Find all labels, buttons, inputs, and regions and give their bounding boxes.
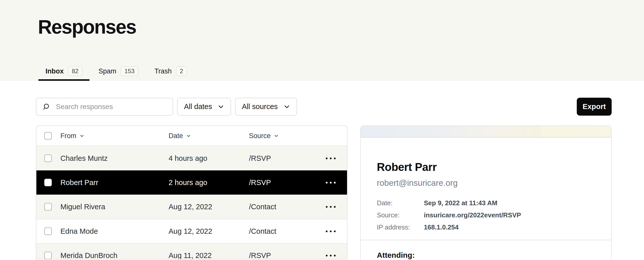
- row-date: Aug 12, 2022: [169, 203, 249, 211]
- column-header-source[interactable]: Source: [249, 132, 314, 140]
- field-ip-value: 168.1.0.254: [424, 221, 595, 233]
- date-filter-dropdown[interactable]: All dates: [177, 98, 231, 116]
- tab-spam-label: Spam: [99, 67, 117, 75]
- tab-trash-count-badge: 2: [176, 66, 187, 76]
- tab-inbox-count-badge: 82: [68, 66, 82, 76]
- attending-heading: Attending:: [377, 251, 595, 259]
- table-row[interactable]: Miguel Rivera Aug 12, 2022 /Contact: [36, 195, 347, 219]
- search-icon: [42, 103, 50, 111]
- tab-spam[interactable]: Spam 153: [91, 63, 146, 81]
- field-date-label: Date:: [377, 197, 424, 209]
- main-area: From Date Source Charles Muntz: [36, 125, 612, 259]
- column-header-date[interactable]: Date: [169, 132, 249, 140]
- export-button[interactable]: Export: [577, 98, 612, 116]
- row-from: Edna Mode: [60, 227, 169, 236]
- date-filter-label: All dates: [184, 102, 212, 111]
- row-checkbox[interactable]: [44, 154, 60, 162]
- table-row[interactable]: Charles Muntz 4 hours ago /RSVP: [36, 146, 347, 170]
- field-source-value: insuricare.org/2022event/RSVP: [424, 209, 595, 221]
- row-checkbox[interactable]: [44, 179, 60, 186]
- tab-trash-label: Trash: [154, 67, 172, 75]
- table-row[interactable]: Edna Mode Aug 12, 2022 /Contact: [36, 219, 347, 243]
- row-from: Robert Parr: [60, 178, 169, 187]
- row-date: Aug 11, 2022: [169, 251, 249, 260]
- row-source: /RSVP: [249, 251, 314, 260]
- row-date: Aug 12, 2022: [169, 227, 249, 236]
- row-menu-button[interactable]: [323, 252, 338, 259]
- row-source: /Contact: [249, 227, 314, 236]
- field-source-label: Source:: [377, 209, 424, 221]
- table-header-row: From Date Source: [36, 126, 347, 146]
- response-detail-panel: Robert Parr robert@insuricare.org Date: …: [360, 125, 612, 259]
- detail-divider: [361, 240, 611, 240]
- search-input[interactable]: [55, 102, 167, 111]
- hero-section: Responses Inbox 82 Spam 153 Trash 2: [0, 0, 644, 81]
- respondent-name: Robert Parr: [377, 161, 595, 173]
- tab-trash[interactable]: Trash 2: [147, 63, 194, 81]
- row-source: /RSVP: [249, 178, 314, 187]
- field-ip-label: IP address:: [377, 221, 424, 233]
- row-from: Charles Muntz: [60, 154, 169, 163]
- column-header-from[interactable]: From: [60, 132, 169, 140]
- row-menu-button[interactable]: [323, 228, 338, 235]
- table-row-selected[interactable]: Robert Parr 2 hours ago /RSVP: [36, 170, 347, 195]
- responses-table: From Date Source Charles Muntz: [36, 125, 348, 259]
- row-date: 2 hours ago: [169, 178, 249, 187]
- row-menu-button[interactable]: [323, 179, 338, 186]
- chevron-down-icon: [274, 133, 279, 138]
- tab-inbox-label: Inbox: [45, 67, 64, 75]
- field-ip: IP address: 168.1.0.254: [377, 221, 595, 233]
- field-date-value: Sep 9, 2022 at 11:43 AM: [424, 197, 595, 209]
- row-checkbox[interactable]: [44, 227, 60, 235]
- search-box[interactable]: [36, 98, 173, 116]
- metadata-fields: Date: Sep 9, 2022 at 11:43 AM Source: in…: [377, 197, 595, 233]
- tab-inbox[interactable]: Inbox 82: [38, 63, 89, 81]
- row-from: Miguel Rivera: [60, 203, 169, 211]
- page-title: Responses: [38, 16, 136, 38]
- select-all-checkbox[interactable]: [44, 132, 60, 140]
- source-filter-dropdown[interactable]: All sources: [235, 98, 297, 116]
- row-from: Merida DunBroch: [60, 251, 169, 260]
- detail-body: Robert Parr robert@insuricare.org Date: …: [361, 138, 611, 259]
- chevron-down-icon: [186, 133, 191, 138]
- chevron-down-icon: [218, 103, 224, 110]
- row-date: 4 hours ago: [169, 154, 249, 163]
- row-checkbox[interactable]: [44, 252, 60, 259]
- chevron-down-icon: [79, 133, 84, 138]
- row-source: /Contact: [249, 203, 314, 211]
- tab-spam-count-badge: 153: [121, 66, 138, 76]
- tab-bar: Inbox 82 Spam 153 Trash 2: [38, 63, 194, 81]
- row-source: /RSVP: [249, 154, 314, 163]
- row-checkbox[interactable]: [44, 203, 60, 211]
- row-menu-button[interactable]: [323, 203, 338, 210]
- chevron-down-icon: [284, 103, 290, 110]
- detail-header-gradient: [361, 126, 611, 138]
- toolbar: All dates All sources Export: [36, 98, 612, 116]
- field-date: Date: Sep 9, 2022 at 11:43 AM: [377, 197, 595, 209]
- row-menu-button[interactable]: [323, 155, 338, 162]
- table-row[interactable]: Merida DunBroch Aug 11, 2022 /RSVP: [36, 243, 347, 259]
- source-filter-label: All sources: [242, 102, 278, 111]
- field-source: Source: insuricare.org/2022event/RSVP: [377, 209, 595, 221]
- respondent-email: robert@insuricare.org: [377, 178, 595, 188]
